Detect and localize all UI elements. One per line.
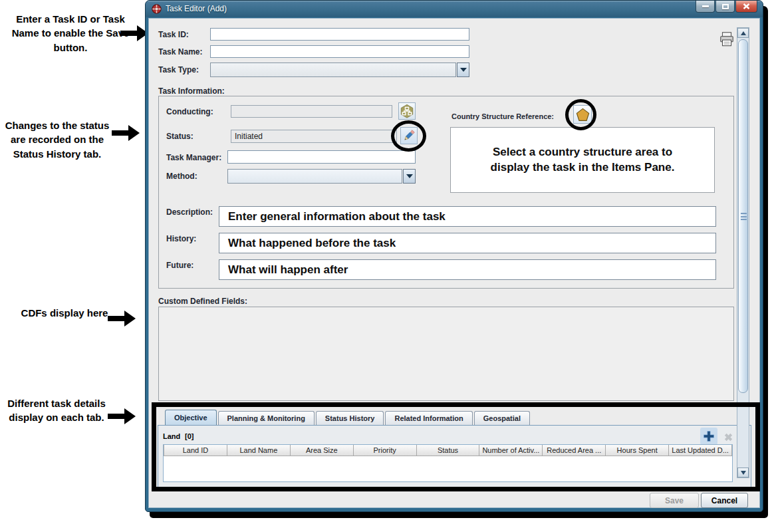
task-type-select[interactable] bbox=[210, 63, 469, 77]
main-vertical-scrollbar[interactable] bbox=[737, 27, 749, 478]
close-button[interactable] bbox=[735, 1, 757, 13]
chevron-down-icon bbox=[460, 68, 467, 72]
delete-land-button[interactable] bbox=[721, 430, 735, 444]
land-table: Land ID Land Name Area Size Priority Sta… bbox=[163, 444, 733, 482]
col-header-area-size[interactable]: Area Size bbox=[291, 445, 354, 456]
annotation-save-note: Enter a Task ID or Task Name to enable t… bbox=[5, 12, 136, 55]
task-information-label: Task Information: bbox=[158, 86, 225, 96]
future-label: Future: bbox=[166, 261, 193, 270]
method-label: Method: bbox=[166, 172, 197, 181]
method-select[interactable] bbox=[227, 169, 416, 184]
maximize-button[interactable] bbox=[715, 1, 735, 13]
col-header-status[interactable]: Status bbox=[417, 445, 480, 456]
task-manager-input[interactable] bbox=[227, 150, 416, 164]
col-header-last-updated[interactable]: Last Updated D... bbox=[669, 445, 732, 456]
col-header-number-of-activities[interactable]: Number of Activ... bbox=[479, 445, 543, 456]
edit-status-button[interactable] bbox=[400, 127, 418, 144]
task-manager-label: Task Manager: bbox=[166, 153, 221, 162]
cancel-button[interactable]: Cancel bbox=[701, 493, 748, 508]
pencil-icon bbox=[402, 128, 416, 143]
country-structure-picker-button[interactable] bbox=[573, 105, 592, 124]
annotation-tabs-note: Different task details display on each t… bbox=[0, 396, 113, 425]
land-table-header: Land ID Land Name Area Size Priority Sta… bbox=[164, 445, 732, 456]
chevron-up-icon bbox=[741, 31, 746, 35]
arrow-to-status bbox=[112, 125, 140, 141]
scroll-up-button[interactable] bbox=[737, 28, 749, 38]
status-field[interactable] bbox=[231, 130, 397, 143]
task-type-label: Task Type: bbox=[158, 65, 199, 74]
tab-planning-monitoring[interactable]: Planning & Monitoring bbox=[218, 411, 315, 426]
print-button[interactable] bbox=[718, 31, 735, 48]
scrollbar-grip-icon bbox=[741, 213, 747, 220]
tab-related-information[interactable]: Related Information bbox=[385, 411, 472, 426]
method-dropdown-button[interactable] bbox=[403, 169, 416, 184]
task-detail-tabs: Objective Planning & Monitoring Status H… bbox=[165, 410, 531, 426]
window-title: Task Editor (Add) bbox=[166, 1, 227, 17]
tab-status-history[interactable]: Status History bbox=[316, 411, 384, 426]
col-header-land-name[interactable]: Land Name bbox=[227, 445, 291, 456]
add-land-button[interactable] bbox=[700, 428, 717, 445]
task-information-group: Conducting: Country Structure Reference: bbox=[158, 96, 734, 289]
history-field[interactable]: What happened before the task bbox=[219, 233, 716, 253]
land-group-label: Land bbox=[163, 432, 180, 440]
col-header-priority[interactable]: Priority bbox=[354, 445, 417, 456]
save-button[interactable]: Save bbox=[650, 493, 699, 508]
task-id-input[interactable] bbox=[210, 28, 469, 41]
col-header-reduced-area[interactable]: Reduced Area ... bbox=[543, 445, 606, 456]
land-count-badge: [0] bbox=[185, 432, 193, 440]
annotation-status-note: Changes to the status are recorded on th… bbox=[0, 118, 114, 161]
dialog-content: Task ID: Task Name: Task Type: Task Info… bbox=[148, 18, 760, 508]
country-structure-pane: Select a country structure area to displ… bbox=[450, 127, 715, 193]
pentagon-icon bbox=[575, 107, 590, 122]
objective-tab-panel: Land [0] Land ID Land Name Area Size Pri… bbox=[158, 425, 751, 487]
printer-icon bbox=[718, 31, 735, 48]
delete-x-icon bbox=[723, 432, 734, 443]
app-icon bbox=[152, 4, 162, 14]
task-name-label: Task Name: bbox=[158, 47, 202, 57]
tab-objective[interactable]: Objective bbox=[165, 410, 217, 426]
tab-geospatial[interactable]: Geospatial bbox=[474, 411, 530, 426]
status-label: Status: bbox=[166, 132, 193, 141]
organization-hierarchy-icon bbox=[400, 104, 414, 118]
conducting-field[interactable] bbox=[231, 105, 392, 118]
conducting-picker-button[interactable] bbox=[398, 102, 416, 120]
minimize-button[interactable] bbox=[696, 1, 715, 13]
history-label: History: bbox=[166, 234, 196, 243]
chevron-down-icon bbox=[741, 471, 746, 475]
col-header-land-id[interactable]: Land ID bbox=[164, 445, 227, 456]
conducting-label: Conducting: bbox=[166, 107, 213, 116]
col-header-hours-spent[interactable]: Hours Spent bbox=[606, 445, 669, 456]
task-type-value bbox=[210, 63, 456, 77]
country-structure-hint: Select a country structure area to displ… bbox=[473, 145, 692, 174]
future-field[interactable]: What will happen after bbox=[219, 259, 716, 280]
method-value bbox=[227, 169, 402, 184]
titlebar[interactable]: Task Editor (Add) bbox=[146, 1, 763, 17]
task-id-label: Task ID: bbox=[158, 30, 189, 39]
custom-defined-fields-label: Custom Defined Fields: bbox=[158, 297, 247, 306]
custom-defined-fields-pane bbox=[158, 307, 734, 401]
task-editor-window: Task Editor (Add) Task ID: Task Name: Ta… bbox=[145, 0, 763, 512]
close-icon bbox=[743, 3, 750, 9]
annotation-cdf-note: CDFs display here bbox=[15, 306, 114, 320]
task-type-dropdown-button[interactable] bbox=[457, 63, 469, 77]
chevron-down-icon bbox=[406, 174, 413, 178]
scrollbar-thumb[interactable] bbox=[738, 39, 748, 393]
description-label: Description: bbox=[166, 207, 213, 217]
description-field[interactable]: Enter general information about the task bbox=[219, 206, 716, 227]
country-structure-reference-label: Country Structure Reference: bbox=[451, 112, 554, 120]
plus-icon bbox=[702, 430, 715, 443]
scroll-down-button[interactable] bbox=[737, 467, 749, 477]
task-name-input[interactable] bbox=[210, 45, 469, 58]
